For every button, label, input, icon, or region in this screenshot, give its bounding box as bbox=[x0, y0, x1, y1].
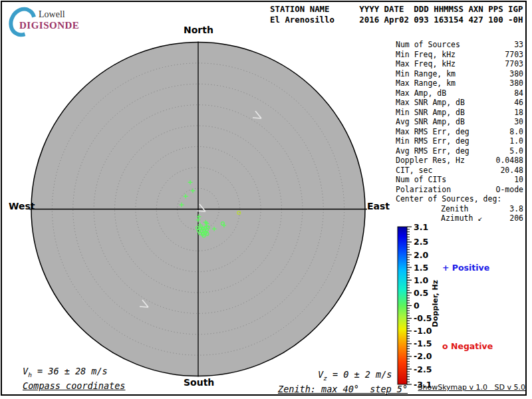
param-row: Center of Sources, deg: bbox=[396, 194, 523, 204]
colorbar-tick-label: 3.1 bbox=[414, 222, 428, 232]
param-row: Min RMS Err, deg1.0 bbox=[396, 136, 523, 146]
compass-label-west: West bbox=[9, 201, 35, 211]
param-label: Num of CITs bbox=[396, 175, 446, 184]
param-value: 3.8 bbox=[509, 204, 523, 213]
param-label: Min Range, km bbox=[396, 69, 456, 78]
vertical-velocity-readout: Vz = 0 ± 2 m/s bbox=[318, 369, 392, 382]
param-label: Min SNR Amp, dB bbox=[396, 108, 465, 117]
param-value: 8.0 bbox=[509, 127, 523, 136]
param-row: Azimuth ↙206 bbox=[396, 213, 523, 223]
param-value: 33 bbox=[514, 40, 523, 49]
param-value: 380 bbox=[509, 69, 523, 78]
param-value: 46 bbox=[514, 98, 523, 107]
coordinates-note: Compass coordinates bbox=[23, 380, 125, 391]
circle-marker-icon: o bbox=[442, 341, 448, 351]
param-row: Avg RMS Err, deg5.0 bbox=[396, 146, 523, 156]
param-label: CIT, sec bbox=[396, 166, 432, 175]
param-value: O-mode bbox=[495, 185, 523, 194]
colorbar-gradient bbox=[398, 227, 407, 384]
param-row: Num of CITs10 bbox=[396, 175, 523, 185]
compass-label-east: East bbox=[367, 201, 390, 211]
station-header-values: El Arenosillo 2016 Apr02 093 163154 427 … bbox=[270, 15, 523, 25]
param-value: 7703 bbox=[505, 59, 523, 68]
parameters-panel: Num of Sources33Min Freq, kHz7703Max Fre… bbox=[396, 40, 523, 223]
param-row: Min SNR Amp, dB18 bbox=[396, 108, 523, 118]
param-label: Min RMS Err, deg bbox=[396, 136, 469, 146]
colorbar-axis-label: Doppler, Hz bbox=[431, 280, 440, 327]
legend-negative: o Negative bbox=[442, 341, 493, 351]
param-value: 206 bbox=[509, 213, 523, 223]
colorbar-tick-label: 0.5 bbox=[414, 288, 428, 298]
param-label: Num of Sources bbox=[396, 40, 460, 49]
compass-label-north: North bbox=[184, 25, 213, 35]
param-label: Max RMS Err, deg bbox=[396, 127, 469, 136]
param-value: 7703 bbox=[505, 50, 523, 59]
colorbar-tick-label: 1.5 bbox=[414, 263, 428, 273]
param-row: Doppler Res, Hz0.0488 bbox=[396, 156, 523, 166]
param-label: Max Freq, kHz bbox=[396, 59, 456, 68]
param-value: 84 bbox=[514, 88, 523, 98]
param-row: CIT, sec20.48 bbox=[396, 166, 523, 176]
showskymap-window: 3.12.52.01.51.00.50-0.5-1.0-1.5-2.0-2.5-… bbox=[0, 0, 532, 399]
param-value: 1.0 bbox=[509, 136, 523, 146]
lowell-digisonde-logo: Lowell DIGISONDE bbox=[8, 5, 88, 33]
logo-line2: DIGISONDE bbox=[19, 20, 79, 31]
param-row: Num of Sources33 bbox=[396, 40, 523, 50]
param-row: Min Range, km380 bbox=[396, 69, 523, 79]
param-label: Center of Sources, deg: bbox=[396, 194, 501, 203]
colorbar-tick-label: 1.0 bbox=[414, 275, 428, 285]
param-row: Zenith3.8 bbox=[396, 204, 523, 214]
compass-label-south: South bbox=[184, 377, 214, 388]
horizontal-velocity-readout: Vh = 36 ± 28 m/s bbox=[23, 366, 108, 378]
param-label: Zenith bbox=[396, 204, 469, 213]
param-label: Azimuth ↙ bbox=[396, 213, 482, 223]
colorbar-tick-label: -0.5 bbox=[414, 313, 432, 323]
param-value: 0.0488 bbox=[495, 156, 523, 165]
colorbar-tick-label: -1.5 bbox=[414, 338, 432, 348]
param-label: Polarization bbox=[396, 185, 451, 194]
colorbar-tick-label: 0 bbox=[414, 301, 420, 311]
legend-positive-label: Positive bbox=[452, 263, 489, 273]
app-version-label: ShowSkymap v 1.0 SD v 5.0 bbox=[418, 383, 525, 392]
param-label: Max SNR Amp, dB bbox=[396, 98, 465, 107]
colorbar-tick-label: -1.0 bbox=[414, 326, 432, 336]
zenith-scale-note: Zenith: max 40° step 5° bbox=[278, 384, 408, 394]
param-label: Doppler Res, Hz bbox=[396, 156, 465, 165]
param-label: Max Range, km bbox=[396, 78, 456, 88]
plus-marker-icon: + bbox=[442, 263, 449, 273]
param-value: 18 bbox=[514, 108, 523, 117]
param-row: Avg SNR Amp, dB30 bbox=[396, 117, 523, 127]
logo-line1: Lowell bbox=[39, 9, 65, 20]
param-value: 380 bbox=[509, 78, 523, 88]
param-label: Min Freq, kHz bbox=[396, 50, 456, 59]
param-row: PolarizationO-mode bbox=[396, 185, 523, 195]
legend-positive: + Positive bbox=[442, 263, 489, 273]
colorbar-tick-label: 2.0 bbox=[414, 250, 428, 260]
param-row: Max Amp, dB84 bbox=[396, 88, 523, 98]
param-row: Max SNR Amp, dB46 bbox=[396, 98, 523, 108]
param-value: 30 bbox=[514, 117, 523, 126]
param-row: Max RMS Err, deg8.0 bbox=[396, 127, 523, 137]
station-header-labels: STATION NAME YYYY DATE DDD HHMMSS AXN PP… bbox=[270, 4, 523, 15]
param-row: Max Range, km380 bbox=[396, 78, 523, 88]
param-value: 20.48 bbox=[500, 166, 523, 175]
colorbar-tick-label: 2.5 bbox=[414, 237, 428, 247]
legend-negative-label: Negative bbox=[451, 341, 493, 351]
param-label: Avg SNR Amp, dB bbox=[396, 117, 465, 126]
param-row: Min Freq, kHz7703 bbox=[396, 50, 523, 60]
param-label: Max Amp, dB bbox=[396, 88, 446, 98]
param-value: 5.0 bbox=[509, 146, 523, 156]
colorbar-tick-label: -2.0 bbox=[414, 351, 432, 361]
param-value: 10 bbox=[514, 175, 523, 184]
param-row: Max Freq, kHz7703 bbox=[396, 59, 523, 69]
param-label: Avg RMS Err, deg bbox=[396, 146, 469, 156]
colorbar-tick-label: -2.5 bbox=[414, 364, 432, 374]
